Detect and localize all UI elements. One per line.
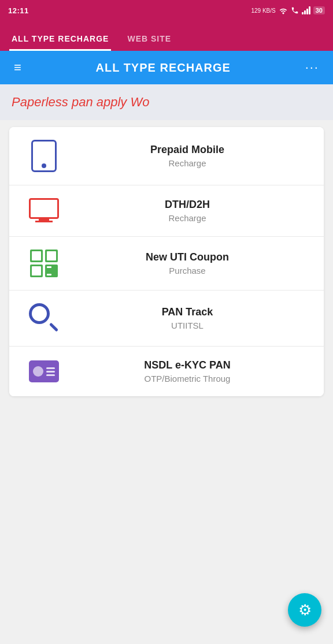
- id-line-1: [46, 367, 55, 369]
- status-time: 12:11: [8, 6, 29, 15]
- id-card-icon: [29, 360, 59, 382]
- service-uti-coupon[interactable]: New UTI Coupon Purchase: [9, 237, 324, 291]
- service-nsdl-kyc[interactable]: NSDL e-KYC PAN OTP/Biometric Throug: [9, 347, 324, 396]
- nsdl-icon-wrap: [23, 360, 65, 382]
- service-list: Prepaid Mobile Recharge DTH/D2H Recharge: [9, 127, 324, 396]
- battery-indicator: 30: [313, 6, 325, 14]
- prepaid-mobile-title: Prepaid Mobile: [65, 144, 310, 156]
- id-lines: [46, 367, 55, 376]
- tab-website[interactable]: WEB SITE: [125, 28, 173, 51]
- qr-cell-2: [45, 250, 58, 262]
- search-circle: [29, 303, 50, 324]
- id-line-3: [46, 374, 55, 376]
- prepaid-mobile-subtitle: Recharge: [65, 158, 310, 168]
- dth-screen: [29, 198, 59, 219]
- status-bar: 12:11 129 KB/S 30: [0, 0, 333, 21]
- qr-cell-4: [45, 265, 58, 277]
- pan-track-subtitle: UTIITSL: [65, 321, 310, 330]
- prepaid-mobile-info: Prepaid Mobile Recharge: [65, 144, 310, 168]
- dth-title: DTH/D2H: [65, 199, 310, 211]
- settings-icon: ⚙: [298, 601, 312, 619]
- prepaid-mobile-icon-wrap: [23, 140, 65, 172]
- qr-icon: [30, 250, 58, 277]
- banner-container: Paperless pan apply Wo: [0, 84, 333, 120]
- qr-cell-1: [30, 250, 43, 262]
- banner-text: Paperless pan apply Wo: [12, 95, 149, 110]
- nsdl-info: NSDL e-KYC PAN OTP/Biometric Throug: [65, 359, 310, 384]
- search-icon: [29, 303, 59, 333]
- call-icon: [291, 6, 299, 14]
- service-prepaid-mobile[interactable]: Prepaid Mobile Recharge: [9, 127, 324, 185]
- nsdl-subtitle: OTP/Biometric Throug: [65, 374, 310, 384]
- menu-button[interactable]: ≡: [9, 55, 26, 80]
- qr-cell-3: [30, 265, 43, 277]
- dth-icon: [29, 198, 59, 224]
- dth-subtitle: Recharge: [65, 213, 310, 223]
- uti-title: New UTI Coupon: [65, 251, 310, 263]
- id-avatar: [33, 366, 43, 377]
- pan-track-info: PAN Track UTIITSL: [65, 306, 310, 330]
- tab-recharge[interactable]: ALL TYPE RECHARGE: [9, 28, 111, 51]
- uti-subtitle: Purchase: [65, 266, 310, 276]
- pan-track-icon-wrap: [23, 303, 65, 333]
- more-options-button[interactable]: ···: [301, 55, 324, 80]
- id-line-2: [46, 371, 55, 373]
- status-right: 129 KB/S 30: [251, 6, 325, 14]
- wifi-icon: [279, 6, 288, 14]
- pan-track-title: PAN Track: [65, 306, 310, 318]
- dth-icon-wrap: [23, 198, 65, 224]
- nsdl-title: NSDL e-KYC PAN: [65, 359, 310, 371]
- dth-base: [35, 221, 53, 222]
- uti-info: New UTI Coupon Purchase: [65, 251, 310, 276]
- network-speed: 129 KB/S: [251, 8, 275, 14]
- signal-bars: [302, 6, 310, 14]
- mobile-icon: [31, 140, 57, 172]
- search-handle: [49, 322, 58, 332]
- tab-bar: ALL TYPE RECHARGE WEB SITE: [0, 21, 333, 51]
- dth-info: DTH/D2H Recharge: [65, 199, 310, 223]
- app-bar: ≡ ALL TYPE RECHARGE ···: [0, 51, 333, 84]
- service-dth[interactable]: DTH/D2H Recharge: [9, 185, 324, 237]
- fab-button[interactable]: ⚙: [288, 593, 321, 627]
- service-pan-track[interactable]: PAN Track UTIITSL: [9, 291, 324, 347]
- uti-icon-wrap: [23, 250, 65, 277]
- app-title: ALL TYPE RECHARGE: [96, 61, 231, 75]
